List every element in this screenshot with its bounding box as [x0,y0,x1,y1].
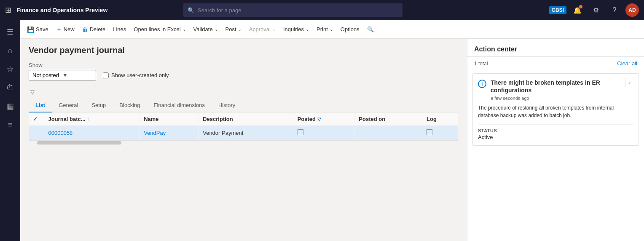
settings-button[interactable]: ⚙ [588,3,604,18]
filter-label: Show [29,62,459,68]
tab-blocking[interactable]: Blocking [113,99,147,112]
new-icon: ＋ [56,26,62,33]
check-all-header[interactable]: ✓ [29,112,44,126]
inquiries-button[interactable]: Inquiries [280,24,312,34]
new-button[interactable]: ＋ New [53,24,78,35]
notifications-button[interactable]: 🔔 [570,3,585,18]
sidebar-modules[interactable]: ≡ [2,116,19,133]
posted-checkbox[interactable] [298,129,303,135]
delete-icon: 🗑 [82,26,88,33]
table-row[interactable]: 00000058 VendPay Vendor Payment [29,126,459,140]
action-center-title: Action center [474,46,517,53]
notification-status-section: STATUS Active [478,124,633,140]
print-button[interactable]: Print [313,24,336,34]
page-title: Vendor payment journal [29,46,459,55]
action-center-header: Action center [467,39,644,57]
name-header[interactable]: Name [140,112,199,126]
sidebar-favorites[interactable]: ☆ [2,61,19,78]
filter-button[interactable]: ▽ [29,87,36,97]
status-label: STATUS [478,128,633,133]
avatar[interactable]: AD [625,3,639,17]
show-user-created-row: Show user-created only [103,72,169,78]
filter-row: Not posted ▼ Show user-created only [29,70,459,80]
row-log [422,126,459,140]
tab-financial-dimensions[interactable]: Financial dimensions [147,99,212,112]
notification-header: i There might be broken templates in ER … [478,79,633,101]
posted-filter-icon: ▽ [317,117,321,122]
action-center-panel: Action center 1 total Clear all i There … [467,39,644,241]
row-name: VendPay [140,126,199,140]
sidebar-home[interactable]: ⌂ [2,42,19,59]
description-header[interactable]: Description [199,112,293,126]
journal-table: ✓ Journal batc... ↑ Name Description [29,112,459,140]
sidebar-hamburger[interactable]: ☰ [2,24,19,40]
tab-setup[interactable]: Setup [85,99,113,112]
chevron-down-icon: ▼ [62,72,68,78]
sort-icon: ↑ [87,117,89,122]
top-navigation: ⊞ Finance and Operations Preview 🔍 GBSI … [0,0,644,20]
horizontal-scrollbar[interactable] [29,140,459,145]
posted-header[interactable]: Posted ▽ [293,112,354,126]
toolbar-search-button[interactable]: 🔍 [364,24,377,34]
collapse-notification-button[interactable]: ✓ [625,78,634,87]
row-journal-batch[interactable]: 00000058 [44,126,140,140]
search-input[interactable] [198,7,398,13]
app-title: Finance and Operations Preview [16,7,107,13]
save-button[interactable]: 💾 Save [24,24,52,35]
notification-title: There might be broken templates in ER co… [491,79,633,94]
search-bar[interactable]: 🔍 [183,3,402,17]
nav-right: GBSI 🔔 ⚙ ? AD [549,3,639,18]
show-filter-select[interactable]: Not posted ▼ [29,70,96,80]
row-posted [293,126,354,140]
row-check-cell [29,126,44,140]
info-icon: i [478,80,486,88]
validate-button[interactable]: Validate [190,24,221,34]
user-badge: GBSI [549,6,566,14]
tab-list[interactable]: List [29,99,52,112]
content-area: 💾 Save ＋ New 🗑 Delete Lines Open lines i… [20,20,644,241]
toolbar-search-icon: 🔍 [367,26,374,32]
search-icon: 🔍 [188,7,194,13]
status-value: Active [478,134,633,140]
show-user-created-checkbox[interactable] [103,72,109,78]
sidebar: ☰ ⌂ ☆ ⏱ ▦ ≡ [0,20,20,241]
total-label: 1 total [474,61,488,67]
row-posted-on [354,126,422,140]
options-button[interactable]: Options [337,24,363,34]
grid-icon[interactable]: ⊞ [5,5,11,15]
lines-button[interactable]: Lines [110,24,129,34]
notification-time: a few seconds ago [491,96,633,101]
notif-content: There might be broken templates in ER co… [491,79,633,101]
tabs: List General Setup Blocking Financial di… [29,99,459,112]
filter-value: Not posted [32,72,59,78]
tab-history[interactable]: History [212,99,242,112]
journal-area: Vendor payment journal Show Not posted ▼… [20,39,467,241]
save-icon: 💾 [27,26,34,33]
journal-batch-header[interactable]: Journal batc... ↑ [44,112,140,126]
notification-body: The procedure of restoring all broken te… [478,104,633,119]
main-layout: ☰ ⌂ ☆ ⏱ ▦ ≡ 💾 Save ＋ New 🗑 Delete Lines [0,20,644,241]
page-content: Vendor payment journal Show Not posted ▼… [20,39,644,241]
scrollbar-thumb[interactable] [37,141,121,145]
delete-button[interactable]: 🗑 Delete [79,24,109,35]
posted-on-header[interactable]: Posted on [354,112,422,126]
approval-button[interactable]: Approval [246,24,279,34]
action-center-meta: 1 total Clear all [467,57,644,70]
log-header[interactable]: Log [422,112,459,126]
row-description: Vendor Payment [199,126,293,140]
log-checkbox[interactable] [427,129,432,135]
post-button[interactable]: Post [222,24,245,34]
clear-all-button[interactable]: Clear all [617,60,637,67]
sidebar-workspaces[interactable]: ▦ [2,98,19,115]
show-user-created-label: Show user-created only [111,72,169,78]
notification-dot [579,5,582,8]
notification-card: i There might be broken templates in ER … [472,73,639,146]
table-header-row: ✓ Journal batc... ↑ Name Description [29,112,459,126]
toolbar: 💾 Save ＋ New 🗑 Delete Lines Open lines i… [20,20,644,39]
help-button[interactable]: ? [607,3,622,18]
sidebar-recent[interactable]: ⏱ [2,79,19,96]
tab-general[interactable]: General [52,99,85,112]
open-lines-excel-button[interactable]: Open lines in Excel [130,24,189,34]
